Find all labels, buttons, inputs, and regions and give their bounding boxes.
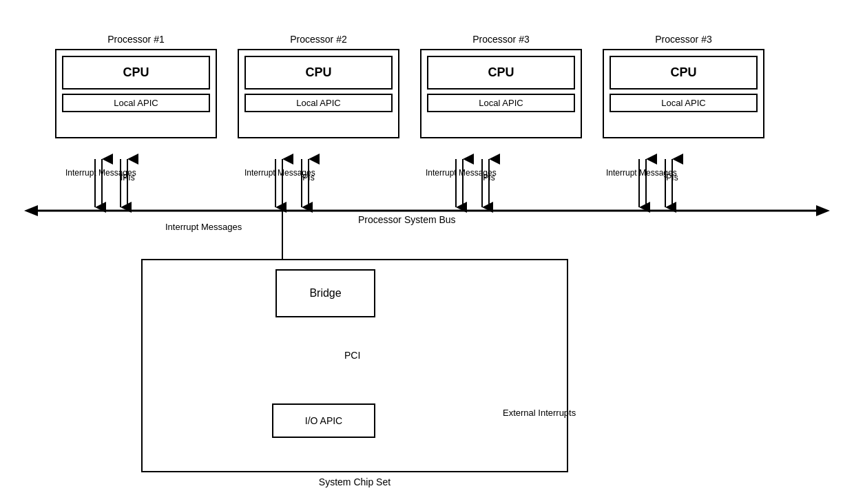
- processor-1-box: Processor #1 CPU Local APIC: [55, 49, 217, 138]
- apic-2: Local APIC: [244, 94, 393, 112]
- processor-4-label: Processor #3: [604, 34, 763, 45]
- chipset-label: System Chip Set: [141, 476, 568, 487]
- bridge-box: Bridge: [275, 269, 375, 317]
- cpu-3: CPU: [427, 56, 575, 90]
- ipis-label-3: IPIs: [481, 173, 495, 182]
- interrupt-msg-to-bridge: Interrupt Messages: [165, 222, 242, 233]
- external-interrupts-label: External Interrupts: [503, 406, 576, 420]
- bus-label: Processor System Bus: [358, 214, 456, 225]
- cpu-1: CPU: [62, 56, 210, 90]
- diagram-container: Processor #1 CPU Local APIC Processor #2…: [14, 11, 840, 493]
- cpu-2: CPU: [244, 56, 393, 90]
- pci-label: PCI: [344, 350, 360, 361]
- apic-1: Local APIC: [62, 94, 210, 112]
- ipis-label-1: IPIs: [121, 173, 135, 182]
- svg-marker-6: [816, 205, 830, 216]
- processor-2-box: Processor #2 CPU Local APIC: [238, 49, 399, 138]
- ipis-label-4: IPIs: [664, 173, 678, 182]
- ipis-label-2: IPIs: [300, 173, 315, 182]
- cpu-4: CPU: [610, 56, 758, 90]
- processor-3-box: Processor #3 CPU Local APIC: [420, 49, 582, 138]
- processor-3-label: Processor #3: [421, 34, 581, 45]
- processor-2-label: Processor #2: [239, 34, 398, 45]
- svg-marker-5: [24, 205, 38, 216]
- ioapic-box: I/O APIC: [272, 403, 375, 438]
- apic-4: Local APIC: [610, 94, 758, 112]
- processor-4-box: Processor #3 CPU Local APIC: [603, 49, 764, 138]
- apic-3: Local APIC: [427, 94, 575, 112]
- processor-1-label: Processor #1: [56, 34, 216, 45]
